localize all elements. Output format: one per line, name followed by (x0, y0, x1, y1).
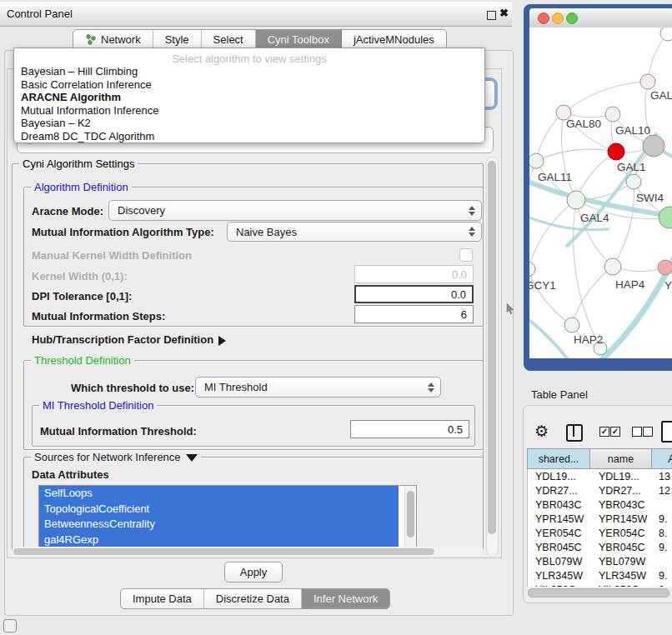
network-canvas[interactable]: GALGAL80GAL10GAL1GAL11SWI4GAL4GCY1HAP4YH… (529, 28, 672, 358)
deselect-checkbox-icon[interactable] (643, 427, 653, 437)
network-node-label: GAL1 (617, 161, 646, 173)
network-edge[interactable] (572, 267, 613, 325)
tab-cyni-toolbox[interactable]: Cyni Toolbox (256, 30, 342, 49)
data-attribute-item[interactable]: TopologicalCoefficient (39, 502, 399, 518)
mi-threshold-field[interactable]: 0.5 (350, 420, 469, 438)
data-attributes-list[interactable]: SelfLoopsTopologicalCoefficientBetweenne… (38, 485, 417, 548)
network-node-gal4[interactable] (567, 191, 585, 209)
tab-infer-network[interactable]: Infer Network (302, 589, 389, 608)
network-edge[interactable] (529, 200, 576, 269)
network-edge[interactable] (529, 269, 572, 325)
table-row[interactable]: YPR145WYPR145W9. (528, 512, 672, 526)
aracne-mode-label: Aracne Mode: (32, 205, 103, 218)
table-cell: YER054C (591, 528, 653, 539)
tab-select[interactable]: Select (202, 30, 256, 49)
close-traffic-icon[interactable] (538, 12, 549, 24)
mi-steps-field[interactable]: 6 (354, 305, 474, 323)
table-row[interactable]: YDR27...YDR27...12 (528, 483, 672, 498)
collapsed-panel-icon[interactable] (3, 619, 17, 632)
aracne-mode-value: Discovery (118, 204, 165, 217)
table-row[interactable]: YDL19...YDL19...13 (528, 469, 672, 483)
close-icon[interactable]: ✖ (499, 7, 509, 19)
table-cell: YBR045C (591, 542, 653, 553)
table-row[interactable]: YBL079WYBL079W (528, 554, 672, 568)
network-node[interactable] (660, 28, 672, 41)
network-edge[interactable] (529, 161, 536, 269)
tab-network[interactable]: Network (73, 30, 153, 49)
network-edge[interactable] (536, 112, 564, 161)
column-header-name[interactable]: name (590, 448, 652, 469)
mi-type-combobox[interactable]: Naive Bayes (227, 222, 482, 242)
data-attribute-item[interactable]: gal4RGexp (39, 532, 399, 548)
table-cell: YPR145W (591, 513, 653, 525)
network-node-hap4[interactable] (604, 258, 621, 275)
split-columns-icon[interactable] (566, 424, 583, 442)
dpi-tolerance-field[interactable]: 0.0 (354, 285, 474, 303)
algorithm-option[interactable]: ARACNE Algorithm (14, 91, 484, 104)
table-row[interactable]: YBR045CYBR045C9. (528, 540, 672, 554)
tab-jactivemnodules[interactable]: jActiveMNodules (342, 30, 446, 49)
tab-discretize-data[interactable]: Discretize Data (204, 589, 302, 608)
settings-vertical-scrollbar-thumb[interactable] (488, 161, 496, 534)
list-scrollbar[interactable] (404, 486, 416, 548)
table-horizontal-scrollbar-thumb[interactable] (528, 588, 669, 598)
network-node-label: HAP2 (574, 333, 603, 346)
table-cell: YBR045C (528, 542, 591, 553)
network-node-swi4[interactable] (626, 174, 641, 189)
network-node-label: SWI4 (636, 192, 664, 204)
manual-kernel-checkbox[interactable] (459, 248, 473, 262)
network-window-titlebar[interactable] (529, 8, 672, 28)
table-row[interactable]: YBR043CYBR043C (528, 498, 672, 512)
table-cell: 9. (653, 570, 672, 582)
table-cell: YER054C (528, 528, 591, 539)
aracne-mode-combobox[interactable]: Discovery (108, 200, 482, 221)
which-threshold-combobox[interactable]: MI Threshold (195, 377, 441, 398)
network-node-label: GAL10 (615, 124, 650, 137)
network-node[interactable] (643, 135, 664, 157)
select-all-checkbox-icon[interactable]: ✓ (599, 427, 609, 437)
data-attribute-item[interactable]: BetweennessCentrality (39, 517, 399, 532)
select-all-checkbox-icon[interactable]: ✓ (610, 427, 620, 437)
sources-title[interactable]: Sources for Network Inference (31, 451, 201, 463)
algorithm-option[interactable]: Mutual Information Inference (14, 104, 484, 118)
column-header-3[interactable]: A (652, 448, 672, 469)
network-node[interactable] (659, 207, 672, 228)
algorithm-option[interactable]: Basic Correlation Inference (14, 78, 484, 92)
algorithm-option[interactable]: Bayesian – K2 (14, 117, 484, 130)
minimize-traffic-icon[interactable] (552, 12, 564, 24)
network-node-y[interactable] (658, 260, 672, 275)
dpi-tolerance-label: DPI Tolerance [0,1]: (32, 290, 132, 302)
tab-impute-data[interactable]: Impute Data (121, 589, 204, 608)
table-body[interactable]: YDL19...YDL19...13YDR27...YDR27...12YBR0… (527, 469, 672, 587)
table-row[interactable]: YER054CYER054C8. (528, 526, 672, 540)
network-node-hap2[interactable] (564, 318, 579, 332)
float-panel-icon[interactable] (487, 11, 496, 20)
network-edge[interactable] (564, 82, 648, 112)
table-row[interactable]: YLR345WYLR345W9. (528, 568, 672, 582)
deselect-checkbox-icon[interactable] (632, 427, 642, 437)
table-cell: YBR043C (528, 499, 591, 511)
network-node-gal[interactable] (640, 74, 655, 89)
document-icon[interactable] (661, 421, 672, 442)
tab-style[interactable]: Style (153, 30, 202, 49)
hub-definition-toggle[interactable]: Hub/Transcription Factor Definition (32, 333, 226, 346)
algorithm-option[interactable]: Bayesian – Hill Climbing (14, 65, 484, 78)
gear-icon[interactable]: ⚙ (534, 422, 549, 441)
zoom-traffic-icon[interactable] (566, 12, 578, 24)
kernel-width-field[interactable]: 0.0 (354, 265, 474, 283)
table-cell: 8. (653, 528, 672, 539)
table-cell: YDL19... (528, 471, 591, 482)
network-node-gcy1[interactable] (529, 262, 535, 277)
column-header-shared[interactable]: shared... (527, 448, 590, 469)
data-attribute-item[interactable]: SelfLoops (39, 486, 399, 502)
apply-button[interactable]: Apply (224, 562, 283, 582)
network-edge[interactable] (613, 182, 634, 267)
network-node-gal10[interactable] (605, 107, 620, 122)
table-cell: YLR345W (528, 570, 591, 582)
network-node-label: GAL80 (566, 118, 601, 130)
network-node-gal11[interactable] (529, 153, 544, 168)
network-edge[interactable] (536, 149, 616, 161)
algorithm-option[interactable]: Dream8 DC_TDC Algorithm (14, 130, 484, 143)
network-node-gal1[interactable] (608, 143, 624, 160)
settings-horizontal-scrollbar-thumb[interactable] (13, 548, 434, 555)
